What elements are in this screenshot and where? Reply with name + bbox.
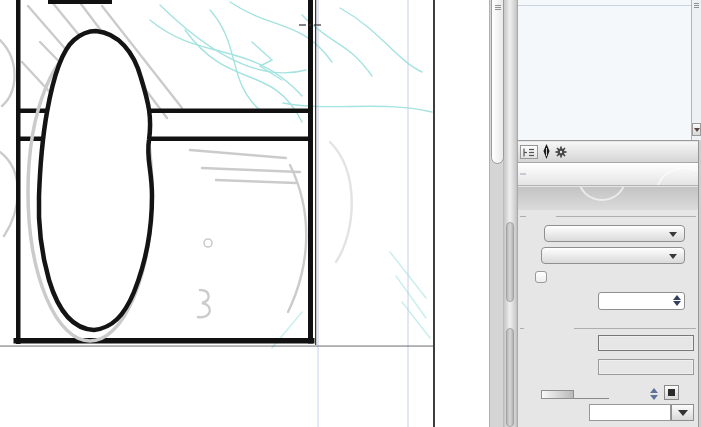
spinner-down-icon: [650, 395, 658, 400]
canvas-vertical-scrollbar[interactable]: [489, 0, 504, 427]
bubble-watermark: [578, 187, 626, 201]
selected-text: [520, 173, 526, 175]
dropdown-arrow-icon: [678, 410, 688, 416]
side-scroll-thumb[interactable]: [506, 328, 514, 427]
brush-size-spinner[interactable]: [650, 388, 658, 400]
app-window: [0, 0, 701, 427]
grip-icon: [694, 2, 699, 9]
selectable-object-button[interactable]: [541, 247, 685, 264]
gear-icon: [555, 146, 567, 158]
speech-bubble[interactable]: [39, 31, 152, 330]
balloon-text-field[interactable]: [518, 163, 698, 186]
operation-mode-stepper[interactable]: [598, 292, 685, 310]
brush-size-slider-thumb[interactable]: [541, 390, 574, 399]
stepper-arrows-icon: [673, 295, 681, 306]
divider: [574, 328, 696, 329]
brush-shape-field[interactable]: [589, 404, 671, 421]
spinner-up-icon: [650, 388, 658, 393]
brush-size-palette[interactable]: [517, 0, 691, 140]
grip-icon: [495, 4, 501, 11]
arrow-down-icon: [694, 128, 700, 132]
brush-shape-dropdown-button[interactable]: [671, 404, 694, 421]
panel-splitter-scrollbar[interactable]: [504, 0, 517, 427]
pen-nib-icon: [542, 144, 551, 160]
manga-canvas[interactable]: [0, 0, 490, 427]
dropdown-arrow-icon: [669, 254, 677, 259]
brush-size-row-partial[interactable]: [518, 0, 691, 6]
brush-palette-scrollbar[interactable]: [691, 0, 701, 140]
scroll-down-button[interactable]: [692, 123, 701, 136]
bubble-watermark: [656, 167, 698, 186]
panel-menu-button[interactable]: [520, 145, 538, 159]
edit-status-bar: [518, 187, 698, 210]
divider: [520, 216, 526, 217]
side-scroll-thumb[interactable]: [506, 222, 514, 302]
transparent-area-button[interactable]: [544, 225, 685, 242]
divider: [556, 216, 696, 217]
dropdown-arrow-icon: [669, 232, 677, 237]
panel-menu-icon: [523, 148, 535, 157]
brush-size-option-button[interactable]: [664, 385, 679, 400]
scale-thickness-checkbox[interactable]: [535, 271, 547, 283]
scrollbar-thumb[interactable]: [491, 0, 504, 164]
tool-property-header[interactable]: [518, 142, 698, 163]
tool-property-panel: [517, 140, 698, 427]
line-color-swatch[interactable]: [598, 335, 694, 351]
base-color-swatch[interactable]: [598, 359, 694, 375]
brush-size-row-partial-bottom[interactable]: [518, 6, 691, 15]
canvas-artwork: [0, 0, 490, 427]
divider: [520, 328, 524, 329]
